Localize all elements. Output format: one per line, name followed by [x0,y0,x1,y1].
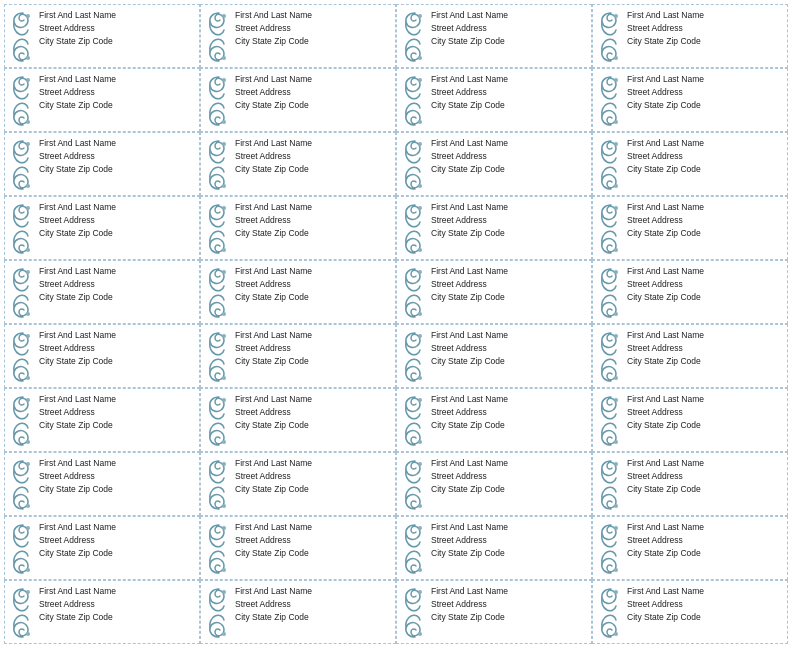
label-street: Street Address [39,278,195,291]
label-city: City State Zip Code [627,355,783,368]
swirl-icon [399,265,431,319]
swirl-icon [399,585,431,639]
svg-point-65 [26,568,30,572]
label-name: First And Last Name [235,393,391,406]
label-city: City State Zip Code [39,163,195,176]
swirl-icon [203,585,235,639]
svg-point-42 [222,334,226,338]
label-text-block: First And Last NameStreet AddressCity St… [39,137,195,175]
label-cell: First And Last NameStreet AddressCity St… [200,388,396,452]
label-cell: First And Last NameStreet AddressCity St… [4,132,200,196]
label-street: Street Address [627,150,783,163]
svg-point-26 [222,206,226,210]
svg-point-17 [26,184,30,188]
label-text-block: First And Last NameStreet AddressCity St… [235,73,391,111]
label-name: First And Last Name [431,201,587,214]
label-city: City State Zip Code [39,99,195,112]
label-cell: First And Last NameStreet AddressCity St… [592,388,788,452]
label-city: City State Zip Code [627,35,783,48]
label-name: First And Last Name [39,329,195,342]
label-name: First And Last Name [431,329,587,342]
label-text-block: First And Last NameStreet AddressCity St… [431,393,587,431]
label-city: City State Zip Code [235,291,391,304]
label-street: Street Address [235,22,391,35]
label-street: Street Address [431,534,587,547]
swirl-icon [7,201,39,255]
svg-point-7 [614,56,618,60]
swirl-icon [203,73,235,127]
label-city: City State Zip Code [431,547,587,560]
swirl-icon [595,585,627,639]
svg-point-3 [222,56,226,60]
label-cell: First And Last NameStreet AddressCity St… [592,196,788,260]
label-street: Street Address [431,342,587,355]
label-city: City State Zip Code [431,227,587,240]
svg-point-8 [26,78,30,82]
label-street: Street Address [627,22,783,35]
label-city: City State Zip Code [39,419,195,432]
label-text-block: First And Last NameStreet AddressCity St… [431,73,587,111]
label-name: First And Last Name [39,457,195,470]
label-text-block: First And Last NameStreet AddressCity St… [235,201,391,239]
label-city: City State Zip Code [235,163,391,176]
swirl-icon [203,329,235,383]
swirl-icon [7,393,39,447]
label-street: Street Address [431,470,587,483]
label-cell: First And Last NameStreet AddressCity St… [396,132,592,196]
label-street: Street Address [39,22,195,35]
label-text-block: First And Last NameStreet AddressCity St… [235,393,391,431]
label-text-block: First And Last NameStreet AddressCity St… [39,329,195,367]
label-city: City State Zip Code [431,163,587,176]
label-city: City State Zip Code [39,227,195,240]
swirl-icon [203,137,235,191]
svg-point-60 [418,462,422,466]
label-street: Street Address [431,278,587,291]
label-street: Street Address [235,342,391,355]
label-city: City State Zip Code [235,483,391,496]
swirl-icon [399,393,431,447]
swirl-icon [203,265,235,319]
label-name: First And Last Name [627,393,783,406]
svg-point-77 [418,632,422,636]
label-city: City State Zip Code [627,483,783,496]
svg-point-50 [222,398,226,402]
svg-point-69 [418,568,422,572]
label-cell: First And Last NameStreet AddressCity St… [4,324,200,388]
label-street: Street Address [39,598,195,611]
svg-point-66 [222,526,226,530]
label-text-block: First And Last NameStreet AddressCity St… [235,265,391,303]
label-text-block: First And Last NameStreet AddressCity St… [627,393,783,431]
label-cell: First And Last NameStreet AddressCity St… [4,4,200,68]
svg-point-76 [418,590,422,594]
swirl-icon [7,329,39,383]
label-street: Street Address [39,150,195,163]
label-street: Street Address [39,214,195,227]
label-name: First And Last Name [627,73,783,86]
svg-point-43 [222,376,226,380]
label-city: City State Zip Code [39,291,195,304]
svg-point-25 [26,248,30,252]
label-text-block: First And Last NameStreet AddressCity St… [627,265,783,303]
svg-point-23 [614,184,618,188]
svg-point-64 [26,526,30,530]
svg-point-28 [418,206,422,210]
svg-point-68 [418,526,422,530]
svg-point-20 [418,142,422,146]
label-city: City State Zip Code [235,99,391,112]
svg-point-78 [614,590,618,594]
swirl-icon [595,265,627,319]
label-city: City State Zip Code [627,419,783,432]
svg-point-63 [614,504,618,508]
svg-point-59 [222,504,226,508]
swirl-icon [7,265,39,319]
label-name: First And Last Name [235,585,391,598]
label-cell: First And Last NameStreet AddressCity St… [200,4,396,68]
label-cell: First And Last NameStreet AddressCity St… [592,452,788,516]
label-cell: First And Last NameStreet AddressCity St… [4,196,200,260]
label-city: City State Zip Code [39,355,195,368]
label-name: First And Last Name [431,9,587,22]
label-city: City State Zip Code [431,99,587,112]
label-name: First And Last Name [431,585,587,598]
svg-point-48 [26,398,30,402]
svg-point-31 [614,248,618,252]
